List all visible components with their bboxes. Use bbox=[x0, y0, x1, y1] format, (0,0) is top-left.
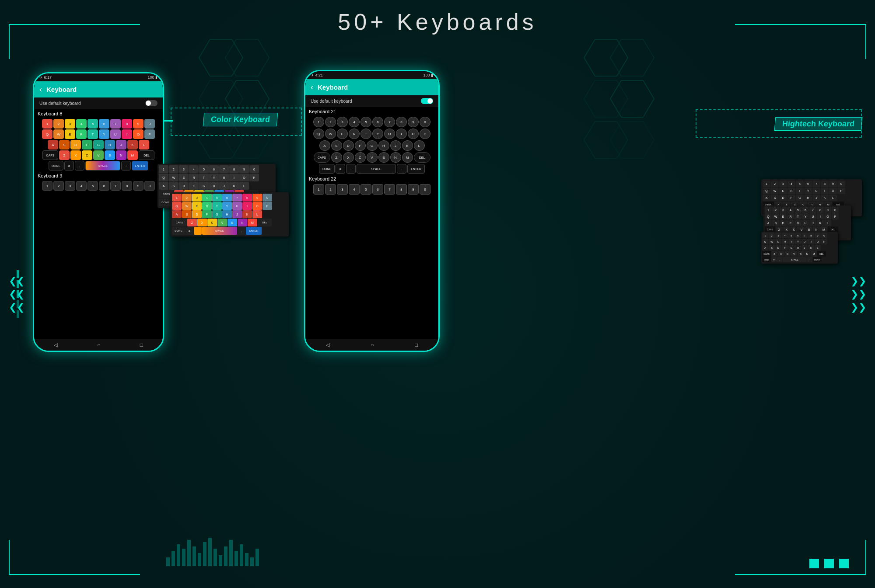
nav-recent-right[interactable]: □ bbox=[415, 342, 418, 348]
dot-1[interactable] bbox=[809, 559, 819, 568]
svg-rect-13 bbox=[172, 551, 175, 566]
nav-home-left[interactable]: ○ bbox=[97, 342, 100, 348]
default-kb-toggle-left: Use default keyboard bbox=[34, 97, 163, 109]
svg-rect-17 bbox=[192, 546, 196, 566]
svg-marker-0 bbox=[199, 39, 243, 76]
keyboard-21-display: 1 2 3 4 5 6 7 8 9 0 Q W E R T Y bbox=[305, 116, 438, 174]
svg-rect-14 bbox=[177, 544, 180, 566]
status-bar-left: ✈ 6:17 100 ▮ bbox=[34, 73, 163, 81]
kb22-label: Keyboard 22 bbox=[305, 174, 438, 183]
phone-nav-right: ◁ ○ □ bbox=[305, 339, 438, 351]
status-right-battery: 100 ▮ bbox=[423, 73, 433, 77]
svg-rect-20 bbox=[208, 538, 212, 566]
svg-marker-2 bbox=[199, 80, 243, 117]
nav-recent-left[interactable]: □ bbox=[140, 342, 143, 348]
color-keyboard-label: Color Keyboard bbox=[203, 113, 278, 126]
nav-back-left[interactable]: ◁ bbox=[54, 342, 58, 348]
back-button-left[interactable]: ‹ bbox=[39, 85, 42, 94]
hex-decoration-right bbox=[569, 35, 691, 188]
svg-rect-29 bbox=[256, 549, 259, 566]
corner-decoration-tr bbox=[735, 24, 866, 59]
default-kb-label-right: Use default keyboard bbox=[311, 99, 352, 104]
kb9-label: Keyboard 9 bbox=[34, 171, 163, 180]
header-bar-left: ‹ Keyboard bbox=[34, 81, 163, 97]
header-bar-right: ‹ Keyboard bbox=[305, 79, 438, 95]
svg-rect-15 bbox=[182, 549, 186, 566]
status-bar-right: ✈ 4:21 100 ▮ bbox=[305, 71, 438, 79]
default-kb-toggle-right: Use default keyboard bbox=[305, 95, 438, 107]
hightech-keyboard-label: Hightech Keyboard bbox=[774, 117, 863, 131]
svg-marker-8 bbox=[584, 80, 628, 117]
svg-rect-22 bbox=[219, 555, 222, 566]
svg-rect-28 bbox=[250, 557, 254, 566]
svg-marker-3 bbox=[225, 80, 269, 117]
right-nav-arrows: ❯❯ ❯❯ ❯❯ bbox=[850, 276, 866, 312]
bar-chart-decoration bbox=[166, 531, 298, 566]
status-left-battery: 100 ▮ bbox=[147, 75, 158, 80]
toggle-right[interactable] bbox=[421, 98, 433, 104]
nav-home-right[interactable]: ○ bbox=[371, 342, 374, 348]
kb8-label: Keyboard 8 bbox=[34, 109, 163, 118]
svg-marker-4 bbox=[199, 122, 243, 158]
floating-kb-color-2: 1 2 3 4 5 6 7 8 9 0 Q W E R T Y U I O P … bbox=[171, 192, 289, 237]
svg-rect-16 bbox=[187, 540, 191, 566]
kb21-label: Keyboard 21 bbox=[305, 107, 438, 116]
svg-marker-1 bbox=[225, 39, 269, 76]
svg-marker-11 bbox=[610, 122, 654, 158]
status-right-info: ✈ 4:21 bbox=[311, 73, 323, 77]
svg-marker-7 bbox=[610, 39, 654, 76]
corner-decoration-br bbox=[735, 540, 866, 575]
floating-kb-hightech-1: 1 2 3 4 5 6 7 8 9 0 Q W E R T Y U I O P … bbox=[761, 232, 838, 264]
phone-nav-left: ◁ ○ □ bbox=[34, 339, 163, 351]
svg-rect-25 bbox=[234, 551, 238, 566]
svg-marker-10 bbox=[584, 122, 628, 158]
svg-rect-21 bbox=[214, 549, 217, 566]
header-title-left: Keyboard bbox=[46, 86, 77, 93]
back-button-right[interactable]: ‹ bbox=[311, 83, 313, 92]
dot-indicators bbox=[809, 559, 849, 568]
default-kb-label-left: Use default keyboard bbox=[39, 101, 81, 106]
phone-left: ✈ 6:17 100 ▮ ‹ Keyboard Use default keyb… bbox=[33, 72, 164, 352]
svg-rect-24 bbox=[229, 540, 233, 566]
svg-marker-9 bbox=[610, 80, 654, 117]
dot-3[interactable] bbox=[839, 559, 849, 568]
status-left-info: ✈ 6:17 bbox=[39, 75, 52, 80]
main-title: 50+ Keyboards bbox=[338, 9, 537, 35]
svg-marker-5 bbox=[225, 122, 269, 158]
keyboard-8-display: 1 2 3 4 5 6 7 8 9 0 Q W E R T bbox=[34, 118, 163, 171]
svg-marker-6 bbox=[584, 39, 628, 76]
corner-decoration-bl bbox=[9, 540, 140, 575]
phone-right: ✈ 4:21 100 ▮ ‹ Keyboard Use default keyb… bbox=[304, 70, 440, 352]
left-indicator-bars bbox=[17, 270, 19, 318]
svg-rect-12 bbox=[166, 557, 170, 566]
svg-rect-26 bbox=[240, 544, 243, 566]
svg-rect-27 bbox=[245, 553, 248, 566]
corner-decoration-tl bbox=[9, 24, 140, 59]
dot-2[interactable] bbox=[824, 559, 834, 568]
nav-back-right[interactable]: ◁ bbox=[326, 342, 330, 348]
dashed-line-left bbox=[164, 120, 173, 122]
toggle-left[interactable] bbox=[145, 100, 158, 106]
header-title-right: Keyboard bbox=[318, 84, 348, 91]
svg-rect-18 bbox=[198, 553, 201, 566]
svg-rect-23 bbox=[224, 546, 228, 566]
svg-rect-19 bbox=[203, 542, 206, 566]
